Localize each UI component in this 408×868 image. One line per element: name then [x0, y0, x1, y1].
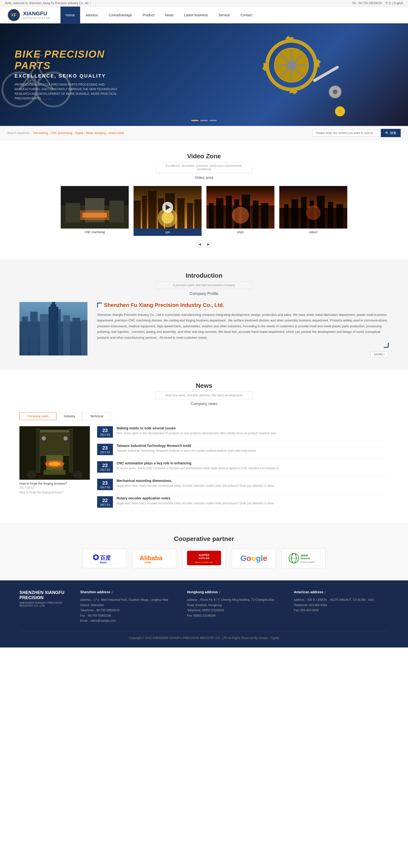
- footer-american-address: American address： address：305 S. LEMON .…: [294, 590, 388, 624]
- search-bar: Search keywords： Die-casting，CNC process…: [0, 126, 408, 140]
- news-item-title-3[interactable]: CNC automation plays a key role in enhan…: [116, 461, 279, 465]
- more-button[interactable]: MORE+: [370, 351, 388, 358]
- company-text: Shenzhen Fu Xiang Precision Industry Co.…: [97, 302, 388, 358]
- svg-rect-63: [301, 197, 306, 228]
- indicator-2[interactable]: [200, 120, 208, 121]
- hero-indicators[interactable]: [191, 120, 217, 121]
- video-thumb-3[interactable]: shp3: [206, 186, 274, 236]
- video-thumb-2[interactable]: sp4: [134, 186, 202, 236]
- nav-service[interactable]: Service: [213, 6, 235, 24]
- svg-rect-39: [134, 200, 141, 228]
- tab-industry[interactable]: Industry: [56, 412, 82, 420]
- news-featured: How to forge the forging process? 2017-0…: [20, 426, 90, 511]
- news-item-2: 23 2017-03 Taiwans Industrial Technology…: [97, 444, 388, 458]
- tab-company-news[interactable]: Company news: [20, 412, 56, 420]
- video-next-btn[interactable]: ▶: [205, 241, 212, 248]
- news-item-title-4[interactable]: Mechanical mounting dimensions,: [116, 479, 274, 483]
- svg-text:sources: sources: [301, 557, 310, 560]
- logo-sub: SOPHISTICATED: [23, 17, 51, 20]
- nav-aboutus[interactable]: Aboutus: [80, 6, 103, 24]
- svg-rect-33: [66, 203, 80, 222]
- svg-text:Verified Supplier: Verified Supplier: [300, 561, 315, 563]
- hongkong-tel: Telephone: 00852-23192833: [187, 608, 282, 613]
- news-title: News: [20, 382, 388, 390]
- svg-point-86: [48, 462, 61, 466]
- news-tabs: Company news Industry Technical: [20, 412, 388, 420]
- american-tel: Telephone: 323-908-5354: [294, 603, 388, 608]
- made-in-china-logo: AUDITED SUPPLIER Made-in-China.com: [187, 551, 221, 566]
- svg-text:SUPPLIER: SUPPLIER: [198, 557, 210, 559]
- footer-hongkong-address: Hongkong address： address：Room F8, 8 / F…: [187, 590, 282, 624]
- nav-news[interactable]: News: [160, 6, 179, 24]
- footer: SHENZHEN XIANGFU PRECISION SHENZHEN XIAN…: [0, 580, 408, 648]
- svg-rect-76: [72, 318, 80, 355]
- footer-copyright: Copyright © 2015 SHENZHEN XIANGFU PRECIS…: [20, 631, 388, 640]
- video-placeholder-4: [279, 186, 347, 228]
- hero-title: BIKE PRECISION PARTS: [14, 49, 131, 71]
- news-item-content-5: Rotary encoder application notes Applica…: [116, 496, 274, 505]
- video-thumb-1[interactable]: CNC machining: [61, 186, 129, 236]
- logo-icon: XF: [7, 8, 21, 22]
- news-item-title-1[interactable]: Making molds to note several issues: [116, 426, 276, 430]
- video-placeholder-2: [134, 186, 202, 228]
- svg-rect-75: [63, 315, 70, 355]
- intro-label: Company Profile: [20, 291, 388, 296]
- news-content: How to forge the forging process? 2017-0…: [20, 426, 388, 511]
- news-item-title-2[interactable]: Taiwans Industrial Technology Research I…: [116, 444, 256, 447]
- lang-switch[interactable]: 中文 | English: [385, 1, 403, 5]
- shenzhen-fax: Fax：86-755-33902198: [80, 613, 175, 619]
- footer-brand-name: SHENZHEN XIANGFU PRECISION: [20, 590, 68, 600]
- video-thumb-4[interactable]: video2: [279, 186, 347, 236]
- news-featured-desc: How to forge the forging process?: [20, 491, 90, 494]
- video-label: Video area: [20, 176, 388, 180]
- svg-text:百度: 百度: [100, 555, 111, 561]
- svg-rect-82: [39, 431, 70, 455]
- american-title: American address：: [294, 590, 388, 594]
- svg-point-48: [162, 212, 174, 224]
- svg-point-92: [27, 471, 36, 478]
- lang-en[interactable]: English: [394, 1, 403, 5]
- tab-technical[interactable]: Technical: [82, 412, 111, 420]
- svg-text:.com: .com: [144, 561, 151, 564]
- search-button[interactable]: 🔍 搜索: [381, 129, 401, 137]
- svg-text:Alibaba: Alibaba: [140, 554, 163, 562]
- video-subtitle: Excellence, innovation, proactive, conti…: [166, 164, 242, 171]
- news-featured-label[interactable]: How to forge the forging process?: [20, 482, 90, 485]
- shenzhen-tel: Telephone：86-755-29529219: [80, 608, 175, 613]
- lang-cn[interactable]: 中文: [385, 1, 391, 5]
- shenzhen-email: Email：sales@xiangfu.com: [80, 618, 175, 624]
- video-prev-btn[interactable]: ◀: [196, 241, 203, 248]
- search-btn-label: 搜索: [390, 131, 396, 135]
- partner-made-in-china[interactable]: AUDITED SUPPLIER Made-in-China.com: [182, 549, 226, 568]
- intro-subtitle: A precision parts and high-end jewelry c…: [173, 283, 235, 287]
- partners-section: Cooperative partner 百度 Baidu Alibaba .co…: [0, 523, 408, 580]
- partner-alibaba[interactable]: Alibaba .com: [132, 549, 176, 568]
- svg-rect-88: [69, 429, 73, 472]
- indicator-1[interactable]: [191, 120, 198, 121]
- svg-rect-71: [22, 316, 28, 355]
- indicator-3[interactable]: [210, 120, 217, 121]
- nav-latest-business[interactable]: Latest business: [179, 6, 213, 24]
- svg-rect-87: [36, 429, 40, 472]
- american-fax: Fax: 626-453-0409: [294, 608, 388, 613]
- partner-baidu[interactable]: 百度 Baidu: [82, 549, 126, 568]
- nav-coreadvantage[interactable]: Coreadvantage: [103, 6, 137, 24]
- svg-point-93: [73, 471, 82, 478]
- search-input[interactable]: [313, 129, 381, 137]
- svg-rect-51: [209, 203, 214, 228]
- svg-point-68: [306, 206, 320, 220]
- news-month-3: 2017-03: [100, 468, 110, 471]
- partner-global-sources[interactable]: global sources Verified Supplier: [282, 549, 326, 568]
- news-month-2: 2017-03: [100, 451, 110, 454]
- svg-rect-66: [328, 202, 333, 228]
- intro-section: Introduction A precision parts and high-…: [0, 260, 408, 370]
- news-item-title-5[interactable]: Rotary encoder application notes: [116, 496, 274, 500]
- company-profile: Shenzhen Fu Xiang Precision Industry Co.…: [20, 302, 388, 358]
- nav-home[interactable]: Home: [61, 6, 80, 24]
- tel-text: Tel：86-755-29529219: [352, 1, 382, 5]
- nav-product[interactable]: Product: [137, 6, 160, 24]
- nav-contact[interactable]: Contact: [235, 6, 258, 24]
- partner-google[interactable]: Google: [232, 549, 276, 568]
- news-day-3: 23: [100, 463, 110, 468]
- play-button-2[interactable]: [162, 202, 173, 213]
